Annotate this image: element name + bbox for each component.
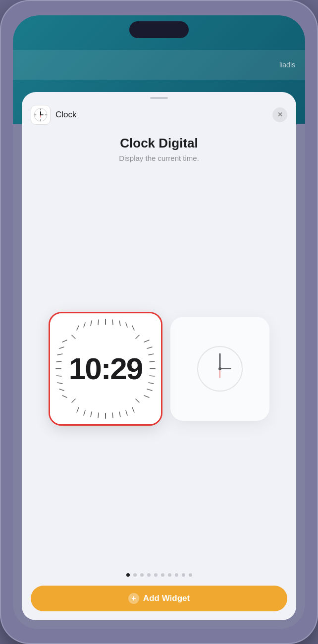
svg-line-30 <box>57 354 62 355</box>
app-icon <box>31 105 51 125</box>
dot-4 <box>147 573 151 577</box>
svg-line-33 <box>56 376 61 376</box>
dot-1 <box>126 573 130 577</box>
title-section: Clock Digital Display the current time. <box>107 131 211 164</box>
widget-preview-area[interactable]: 10:29 <box>22 164 296 573</box>
svg-line-13 <box>84 323 85 327</box>
dot-5 <box>154 573 158 577</box>
svg-line-31 <box>59 347 64 348</box>
svg-line-17 <box>126 323 127 327</box>
add-widget-button[interactable]: + Add Widget <box>31 586 287 611</box>
svg-line-45 <box>144 396 149 397</box>
svg-line-23 <box>77 407 79 412</box>
close-icon: ✕ <box>277 111 283 118</box>
svg-line-12 <box>91 321 92 326</box>
svg-line-47 <box>136 335 139 339</box>
svg-line-40 <box>147 347 152 348</box>
bg-app-topbar: liadls <box>13 50 305 80</box>
clock-digital-face: 10:29 <box>50 313 161 424</box>
svg-line-15 <box>112 320 113 325</box>
svg-line-11 <box>98 320 99 325</box>
phone-frame: liadls <box>0 0 318 644</box>
svg-line-27 <box>132 407 134 412</box>
svg-line-36 <box>62 396 67 397</box>
svg-line-41 <box>144 340 149 342</box>
dot-10 <box>189 573 192 577</box>
svg-point-9 <box>40 114 41 115</box>
svg-line-29 <box>56 361 61 362</box>
widget-carousel: 10:29 <box>32 312 286 426</box>
bg-app-label: liadls <box>279 61 295 69</box>
svg-line-24 <box>112 413 113 418</box>
analog-clock-svg <box>195 344 245 394</box>
svg-line-49 <box>136 399 139 402</box>
close-button[interactable]: ✕ <box>272 107 287 122</box>
add-widget-label: Add Widget <box>143 594 190 603</box>
svg-line-42 <box>150 376 155 376</box>
svg-line-48 <box>72 399 75 402</box>
svg-line-38 <box>150 361 155 362</box>
time-display: 10:29 <box>69 351 143 386</box>
widget-title: Clock Digital <box>119 136 199 151</box>
plus-icon: + <box>128 593 139 604</box>
clock-icon-svg <box>32 106 49 123</box>
svg-line-44 <box>147 389 152 391</box>
svg-line-22 <box>84 410 85 415</box>
svg-line-43 <box>149 383 154 384</box>
svg-line-46 <box>72 335 75 339</box>
svg-line-14 <box>77 326 79 330</box>
dot-7 <box>168 573 171 577</box>
dot-6 <box>161 573 164 577</box>
svg-line-18 <box>132 326 134 330</box>
widget-description: Display the current time. <box>119 154 199 162</box>
dot-9 <box>182 573 185 577</box>
svg-line-34 <box>57 383 62 384</box>
dot-2 <box>133 573 137 577</box>
dot-3 <box>140 573 144 577</box>
svg-line-26 <box>126 410 127 415</box>
svg-line-25 <box>119 412 120 417</box>
svg-line-16 <box>119 321 120 326</box>
svg-line-39 <box>149 354 154 355</box>
svg-line-35 <box>59 389 64 391</box>
drag-handle[interactable] <box>150 97 168 99</box>
active-widget[interactable]: 10:29 <box>49 312 162 426</box>
next-widget[interactable] <box>170 317 269 421</box>
svg-point-54 <box>218 367 221 370</box>
page-indicator <box>126 573 192 577</box>
app-name-label: Clock <box>55 110 272 120</box>
phone-screen: liadls <box>13 15 305 629</box>
notch <box>129 21 189 38</box>
svg-line-32 <box>62 340 67 342</box>
dot-8 <box>175 573 178 577</box>
svg-line-20 <box>98 413 99 418</box>
widget-sheet: Clock ✕ Clock Digital Display the curren… <box>22 92 296 620</box>
svg-line-21 <box>91 412 92 417</box>
sheet-header: Clock ✕ <box>22 105 296 131</box>
next-widget-content <box>170 317 269 421</box>
